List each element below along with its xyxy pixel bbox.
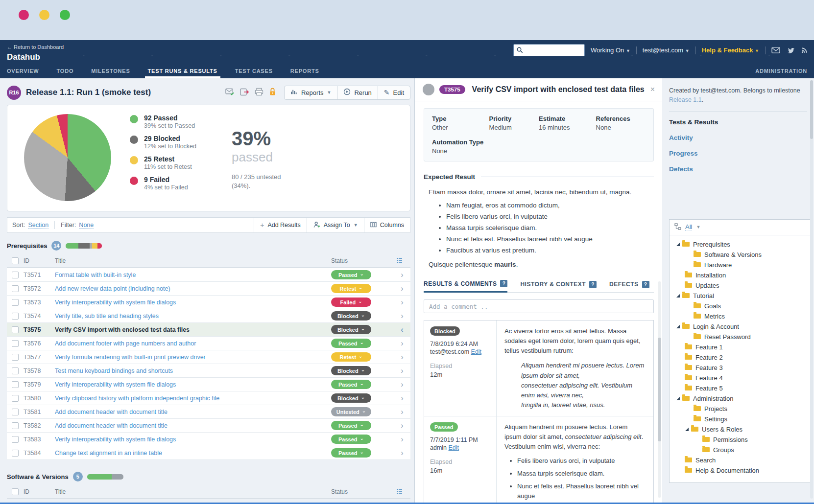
help-icon[interactable]: ? xyxy=(500,280,507,287)
status-pill[interactable]: Blocked⌄ xyxy=(331,366,371,375)
tree-item-prerequisites[interactable]: Prerequisites xyxy=(674,239,809,250)
export-icon[interactable] xyxy=(240,88,249,97)
status-pill[interactable]: Passed⌄ xyxy=(331,435,371,444)
detail-tab-history-context[interactable]: HISTORY & CONTEXT? xyxy=(520,280,597,293)
table-row[interactable]: T3571Format table with built-in stylePas… xyxy=(7,268,410,282)
tree-item-goals[interactable]: Goals xyxy=(674,301,809,311)
milestone-link[interactable]: Release 1.1 xyxy=(669,96,702,103)
status-pill[interactable]: Blocked⌄ xyxy=(331,325,371,334)
row-open-chevron[interactable]: › xyxy=(394,353,410,362)
select-all-checkbox[interactable] xyxy=(12,257,19,264)
tree-expander-icon[interactable] xyxy=(685,428,689,431)
tree-item-login-account[interactable]: Login & Account xyxy=(674,321,809,332)
rerun-button[interactable]: Rerun xyxy=(337,86,377,99)
row-open-chevron[interactable]: › xyxy=(394,367,410,375)
search-input[interactable] xyxy=(526,46,581,54)
maximize-window-button[interactable] xyxy=(60,10,70,20)
tree-item-hardware[interactable]: Hardware xyxy=(674,260,809,270)
row-open-chevron[interactable]: › xyxy=(394,284,410,293)
row-title-link[interactable]: Change text alignment in an inline table xyxy=(55,450,325,457)
filter-value-link[interactable]: None xyxy=(79,222,94,229)
sidebar-nav-tests-results[interactable]: Tests & Results xyxy=(669,118,814,126)
status-pill[interactable]: Blocked⌄ xyxy=(331,311,371,321)
row-open-chevron[interactable]: › xyxy=(394,312,410,321)
row-checkbox[interactable] xyxy=(12,367,19,374)
page-scrollbar[interactable] xyxy=(810,80,813,499)
sidebar-nav-progress[interactable]: Progress xyxy=(669,150,814,157)
row-checkbox[interactable] xyxy=(12,326,19,333)
tree-item-permissions[interactable]: Permissions xyxy=(674,435,809,445)
search-box[interactable] xyxy=(513,44,585,56)
row-checkbox[interactable] xyxy=(12,422,19,429)
status-pill[interactable]: Blocked⌄ xyxy=(331,393,371,403)
tree-expander-icon[interactable] xyxy=(676,243,680,246)
row-open-chevron[interactable]: › xyxy=(394,449,410,458)
minimize-window-button[interactable] xyxy=(39,10,49,20)
add-results-button[interactable]: + Add Results xyxy=(254,218,307,232)
tree-item-installation[interactable]: Installation xyxy=(674,270,809,280)
tree-item-reset-password[interactable]: Reset Password xyxy=(674,332,809,342)
row-open-chevron[interactable]: › xyxy=(394,339,410,348)
row-checkbox[interactable] xyxy=(12,299,19,306)
close-icon[interactable]: × xyxy=(650,85,655,94)
tree-item-settings[interactable]: Settings xyxy=(674,414,809,424)
row-checkbox[interactable] xyxy=(12,313,19,320)
status-pill[interactable]: Passed⌄ xyxy=(331,421,371,430)
tree-item-updates[interactable]: Updates xyxy=(674,280,809,291)
tree-item-feature-3[interactable]: Feature 3 xyxy=(674,363,809,373)
tree-item-feature-4[interactable]: Feature 4 xyxy=(674,373,809,383)
close-window-button[interactable] xyxy=(19,10,29,20)
tree-item-feature-2[interactable]: Feature 2 xyxy=(674,352,809,363)
status-pill[interactable]: Passed⌄ xyxy=(331,270,371,279)
rss-icon[interactable] xyxy=(801,46,808,54)
tree-item-projects[interactable]: Projects xyxy=(674,404,809,414)
tab-todo[interactable]: TODO xyxy=(57,64,74,78)
table-row[interactable]: T3580Verify clipboard history with platf… xyxy=(7,391,410,405)
row-title-link[interactable]: Verify CSV import with enclosed test dat… xyxy=(55,326,325,333)
sort-value-link[interactable]: Section xyxy=(28,222,48,229)
email-notify-icon[interactable] xyxy=(225,88,235,97)
tree-item-tutorial[interactable]: Tutorial xyxy=(674,291,809,301)
row-checkbox[interactable] xyxy=(12,395,19,402)
tree-item-metrics[interactable]: Metrics xyxy=(674,311,809,321)
print-icon[interactable] xyxy=(255,88,263,97)
sidebar-nav-defects[interactable]: Defects xyxy=(669,165,814,173)
help-icon[interactable]: ? xyxy=(589,281,597,288)
tab-overview[interactable]: OVERVIEW xyxy=(7,64,39,78)
row-title-link[interactable]: Verify formula rendering with built-in p… xyxy=(55,354,325,361)
row-title-link[interactable]: Verify interoperability with system file… xyxy=(55,436,325,443)
row-open-chevron[interactable]: › xyxy=(394,421,410,430)
email-icon[interactable] xyxy=(771,46,781,54)
table-row[interactable]: T3584Change text alignment in an inline … xyxy=(7,446,410,460)
detail-tab-defects[interactable]: DEFECTS? xyxy=(609,280,649,293)
help-icon[interactable]: ? xyxy=(642,281,649,288)
row-open-chevron[interactable]: › xyxy=(394,435,410,444)
tree-item-help-documentation[interactable]: Help & Documentation xyxy=(674,465,809,476)
table-row[interactable]: T3581Add document header with document t… xyxy=(7,405,410,419)
tab-test-cases[interactable]: TEST CASES xyxy=(235,64,273,78)
row-checkbox[interactable] xyxy=(12,450,19,457)
tree-expander-icon[interactable] xyxy=(676,397,680,400)
row-checkbox[interactable] xyxy=(12,354,19,361)
table-row[interactable]: T3575Verify CSV import with enclosed tes… xyxy=(7,323,410,337)
select-all-checkbox[interactable] xyxy=(12,488,19,495)
tree-item-groups[interactable]: Groups xyxy=(674,445,809,455)
row-title-link[interactable]: Verify interoperability with system file… xyxy=(55,299,325,306)
table-row[interactable]: T3574Verify title, sub title and heading… xyxy=(7,309,410,323)
help-feedback-menu[interactable]: Help & Feedback ▼ xyxy=(702,46,759,54)
table-row[interactable]: T3583Verify interoperability with system… xyxy=(7,433,410,446)
detail-scrollbar[interactable] xyxy=(658,281,661,498)
row-checkbox[interactable] xyxy=(12,340,19,347)
row-checkbox[interactable] xyxy=(12,285,19,292)
row-open-chevron[interactable]: ‹ xyxy=(394,325,410,334)
status-pill[interactable]: Untested⌄ xyxy=(331,407,371,416)
column-settings-icon[interactable] xyxy=(397,257,410,265)
row-title-link[interactable]: Verify clipboard history with platform i… xyxy=(55,395,325,402)
row-title-link[interactable]: Add new review data point (including not… xyxy=(55,285,325,292)
status-pill[interactable]: Retest⌄ xyxy=(331,284,371,293)
row-checkbox[interactable] xyxy=(12,436,19,443)
tab-administration[interactable]: ADMINISTRATION xyxy=(755,64,807,78)
table-row[interactable]: T3579Verify interoperability with system… xyxy=(7,378,410,391)
tab-milestones[interactable]: MILESTONES xyxy=(91,64,130,78)
status-pill[interactable]: Passed⌄ xyxy=(331,380,371,389)
